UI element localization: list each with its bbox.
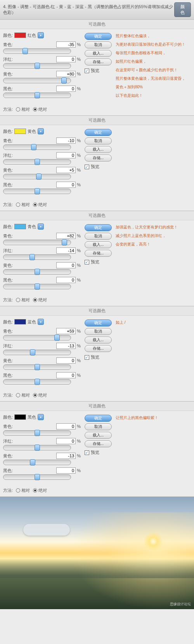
relative-option[interactable]: 相对 [16, 297, 30, 303]
save-button[interactable]: 存储... [85, 250, 112, 257]
cyan-value-input[interactable] [56, 41, 76, 48]
preview-checkbox[interactable]: ✓ [85, 69, 89, 73]
cyan-slider-thumb[interactable] [62, 239, 67, 246]
save-button[interactable]: 存储... [85, 58, 112, 65]
ok-button[interactable]: 确定 [85, 319, 112, 326]
black-value-input[interactable] [56, 372, 76, 378]
radio-absolute[interactable] [33, 298, 37, 302]
color-dropdown-icon[interactable]: ▾ [38, 414, 44, 420]
magenta-value-input[interactable] [56, 247, 76, 254]
black-slider-track[interactable] [3, 284, 71, 289]
radio-relative[interactable] [16, 488, 20, 493]
load-button[interactable]: 载入... [85, 432, 112, 439]
black-value-input[interactable] [56, 467, 76, 474]
cyan-value-input[interactable] [56, 137, 76, 144]
yellow-value-input[interactable] [56, 357, 76, 364]
magenta-slider-thumb[interactable] [35, 159, 40, 165]
preview-checkbox[interactable]: ✓ [85, 260, 89, 264]
relative-option[interactable]: 相对 [16, 106, 30, 112]
yellow-value-input[interactable] [56, 167, 76, 173]
yellow-value-input[interactable] [56, 453, 76, 459]
color-dropdown-icon[interactable]: ▾ [38, 319, 44, 325]
preview-checkbox[interactable]: ✓ [85, 450, 89, 455]
magenta-slider-thumb[interactable] [30, 349, 35, 355]
black-value-input[interactable] [56, 86, 76, 92]
save-button[interactable]: 存储... [85, 345, 112, 352]
magenta-slider-track[interactable] [3, 350, 71, 355]
cyan-slider-thumb[interactable] [23, 48, 28, 54]
yellow-slider-thumb[interactable] [61, 77, 67, 84]
relative-option[interactable]: 相对 [16, 488, 30, 493]
color-dropdown-icon[interactable]: ▾ [38, 32, 44, 38]
yellow-slider-thumb[interactable] [36, 173, 42, 180]
absolute-option[interactable]: 绝对 [33, 202, 47, 208]
magenta-slider-track[interactable] [3, 63, 71, 69]
ok-button[interactable]: 确定 [85, 33, 112, 40]
color-dropdown-icon[interactable]: ▾ [38, 128, 44, 134]
yellow-value-input[interactable] [56, 71, 76, 77]
cyan-slider-track[interactable] [3, 430, 71, 436]
magenta-slider-thumb[interactable] [35, 445, 40, 451]
cyan-value-input[interactable] [56, 233, 76, 239]
preview-checkbox[interactable]: ✓ [85, 165, 89, 169]
radio-absolute[interactable] [33, 393, 37, 397]
radio-absolute[interactable] [33, 488, 37, 493]
ok-button[interactable]: 确定 [85, 415, 112, 422]
black-slider-track[interactable] [3, 474, 71, 480]
black-value-input[interactable] [56, 182, 76, 188]
color-button[interactable]: 颜色 [174, 2, 191, 17]
yellow-value-input[interactable] [56, 262, 76, 268]
radio-absolute[interactable] [33, 203, 37, 207]
black-slider-thumb[interactable] [35, 188, 40, 194]
preview-checkbox[interactable]: ✓ [85, 355, 89, 360]
color-dropdown-icon[interactable]: ▾ [38, 223, 44, 230]
magenta-slider-thumb[interactable] [29, 254, 35, 260]
absolute-option[interactable]: 绝对 [33, 106, 47, 112]
black-slider-track[interactable] [3, 189, 71, 194]
cancel-button[interactable]: 取消 [85, 41, 112, 48]
cyan-slider-thumb[interactable] [35, 430, 40, 436]
magenta-slider-track[interactable] [3, 254, 71, 260]
yellow-slider-track[interactable] [3, 78, 71, 83]
cancel-button[interactable]: 取消 [85, 328, 112, 335]
cancel-button[interactable]: 取消 [85, 233, 112, 240]
save-button[interactable]: 存储... [85, 440, 112, 447]
black-slider-track[interactable] [3, 93, 71, 98]
cyan-slider-track[interactable] [3, 48, 71, 54]
ok-button[interactable]: 确定 [85, 129, 112, 136]
yellow-slider-thumb[interactable] [30, 459, 35, 465]
load-button[interactable]: 载入... [85, 241, 112, 248]
magenta-value-input[interactable] [56, 152, 76, 158]
black-slider-thumb[interactable] [35, 92, 40, 98]
yellow-slider-thumb[interactable] [35, 364, 40, 370]
absolute-option[interactable]: 绝对 [33, 392, 47, 398]
load-button[interactable]: 载入... [85, 146, 112, 153]
black-slider-thumb[interactable] [35, 283, 40, 290]
relative-option[interactable]: 相对 [16, 392, 30, 398]
ok-button[interactable]: 确定 [85, 224, 112, 231]
magenta-value-input[interactable] [56, 56, 76, 62]
radio-relative[interactable] [16, 203, 20, 207]
black-slider-thumb[interactable] [35, 474, 40, 480]
cyan-slider-track[interactable] [3, 335, 71, 340]
magenta-slider-thumb[interactable] [35, 63, 40, 69]
radio-relative[interactable] [16, 298, 20, 302]
cyan-value-input[interactable] [56, 328, 76, 334]
cyan-value-input[interactable] [56, 423, 76, 429]
cyan-slider-track[interactable] [3, 144, 71, 150]
cancel-button[interactable]: 取消 [85, 423, 112, 430]
yellow-slider-thumb[interactable] [35, 269, 40, 275]
load-button[interactable]: 载入... [85, 50, 112, 57]
relative-option[interactable]: 相对 [16, 202, 30, 208]
magenta-value-input[interactable] [56, 438, 76, 444]
radio-relative[interactable] [16, 393, 20, 397]
cyan-slider-thumb[interactable] [31, 144, 36, 150]
black-slider-track[interactable] [3, 379, 71, 385]
magenta-value-input[interactable] [56, 343, 76, 349]
yellow-slider-track[interactable] [3, 364, 71, 370]
cyan-slider-thumb[interactable] [54, 335, 60, 341]
black-slider-thumb[interactable] [35, 379, 40, 385]
magenta-slider-track[interactable] [3, 445, 71, 450]
yellow-slider-track[interactable] [3, 269, 71, 275]
yellow-slider-track[interactable] [3, 460, 71, 465]
